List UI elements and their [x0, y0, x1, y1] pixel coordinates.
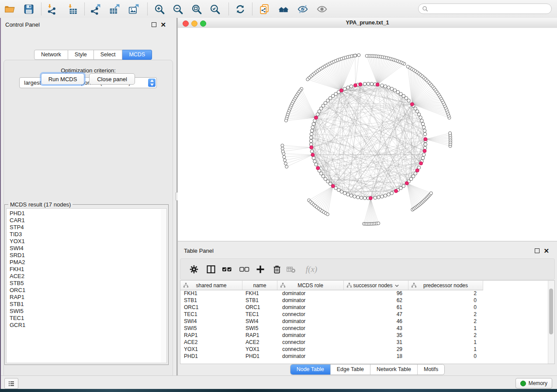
- table-tabs-bar: Node TableEdge TableNetwork TableMotifs: [178, 364, 557, 375]
- column-header-successor-nodes[interactable]: successor nodes: [344, 281, 408, 290]
- optimization-criterion-label: Optimization criterion:: [0, 67, 176, 74]
- table-scrollbar-thumb[interactable]: [549, 289, 553, 334]
- toolbar-separator: [84, 3, 85, 15]
- tree-icon: [183, 282, 189, 288]
- table-row[interactable]: RAP1RAP1dominator352: [180, 332, 548, 339]
- mcds-result-item[interactable]: ORC1: [10, 287, 161, 294]
- network-window-titlebar[interactable]: YPA_prune.txt_1: [178, 18, 557, 28]
- add-column-icon[interactable]: [254, 263, 267, 276]
- table-tab-node-table[interactable]: Node Table: [291, 364, 330, 375]
- search-box[interactable]: [418, 3, 552, 14]
- column-label: successor nodes: [353, 282, 392, 289]
- mcds-result-item[interactable]: RAP1: [10, 294, 161, 301]
- window-zoom-icon[interactable]: [200, 21, 206, 27]
- table-row[interactable]: ORC1ORC1dominator610: [180, 304, 548, 311]
- window-minimize-icon[interactable]: [191, 21, 197, 27]
- mcds-result-item[interactable]: YOX1: [10, 238, 161, 245]
- mcds-result-item[interactable]: STP4: [10, 224, 161, 231]
- zoom-fit-icon[interactable]: [190, 3, 203, 15]
- mcds-result-item[interactable]: TID3: [10, 231, 161, 238]
- mcds-result-item[interactable]: STB5: [10, 280, 161, 287]
- status-bar: Memory: [0, 375, 557, 389]
- mcds-list-scrollbar[interactable]: [161, 208, 167, 363]
- refresh-layout-icon[interactable]: [234, 3, 246, 15]
- table-cell: 18: [343, 353, 407, 360]
- save-session-icon[interactable]: [23, 3, 35, 15]
- zoom-out-icon[interactable]: [172, 3, 184, 15]
- float-panel-icon[interactable]: [152, 22, 156, 27]
- window-close-icon[interactable]: [183, 21, 189, 27]
- toolbar-separator: [147, 3, 148, 15]
- import-table-icon[interactable]: [66, 3, 78, 15]
- zoom-in-icon[interactable]: [153, 3, 166, 15]
- export-image-icon[interactable]: [128, 3, 140, 15]
- mcds-result-item[interactable]: SRD1: [10, 252, 161, 259]
- delete-table-icon[interactable]: [284, 263, 298, 276]
- mcds-result-item[interactable]: GCR1: [10, 322, 161, 329]
- hide-panels-icon[interactable]: [297, 3, 309, 15]
- mcds-result-item[interactable]: SWI5: [10, 308, 161, 315]
- control-tab-style[interactable]: Style: [68, 50, 94, 60]
- close-panel-icon[interactable]: ✕: [543, 249, 549, 253]
- table-row[interactable]: ACE2ACE2connector311: [180, 339, 548, 346]
- select-all-checkboxes-icon[interactable]: [221, 263, 234, 276]
- column-header-shared-name[interactable]: shared name: [180, 281, 242, 290]
- main-toolbar: [0, 0, 557, 18]
- zoom-selected-icon[interactable]: [209, 3, 221, 15]
- open-file-icon[interactable]: [3, 3, 16, 15]
- import-network-icon[interactable]: [45, 3, 58, 15]
- table-row[interactable]: PHD1PHD1dominator180: [180, 353, 548, 360]
- mcds-result-item[interactable]: CAR1: [10, 217, 161, 224]
- go-home-icon[interactable]: [277, 3, 290, 15]
- control-tab-network[interactable]: Network: [34, 50, 68, 60]
- table-row[interactable]: TEC1TEC1connector472: [180, 311, 548, 318]
- table-cell: STB1: [242, 297, 277, 304]
- mcds-result-item[interactable]: SWI4: [10, 245, 161, 252]
- export-network-icon[interactable]: [89, 3, 101, 15]
- duplicate-network-icon[interactable]: [258, 3, 270, 15]
- export-table-icon[interactable]: [108, 3, 121, 15]
- mcds-result-item[interactable]: TEC1: [10, 315, 161, 322]
- show-column-panel-icon[interactable]: [204, 263, 218, 276]
- mcds-result-item[interactable]: STB1: [10, 301, 161, 308]
- mcds-result-title: MCDS result (17 nodes): [8, 201, 73, 208]
- table-cell: TEC1: [180, 311, 242, 318]
- search-input[interactable]: [430, 5, 548, 12]
- network-canvas[interactable]: [178, 28, 557, 241]
- table-row[interactable]: SWI4SWI4dominator462: [180, 318, 548, 325]
- optimization-criterion-select[interactable]: largest connected component (undirected): [19, 77, 157, 88]
- table-scrollbar[interactable]: [548, 281, 554, 364]
- control-tab-select[interactable]: Select: [94, 50, 123, 60]
- tree-icon: [411, 282, 417, 288]
- mcds-result-item[interactable]: ACE2: [10, 273, 161, 280]
- column-header-predecessor-nodes[interactable]: predecessor nodes: [408, 281, 483, 290]
- close-panel-icon[interactable]: ✕: [160, 23, 166, 27]
- table-row[interactable]: FKH1FKH1dominator962: [180, 290, 548, 297]
- run-mcds-button[interactable]: Run MCDS: [41, 73, 84, 85]
- column-header-name[interactable]: name: [242, 281, 277, 290]
- table-cell: 46: [343, 318, 407, 325]
- column-header-MCDS-role[interactable]: MCDS role: [277, 281, 344, 290]
- table-cell: SWI4: [242, 318, 277, 325]
- table-tab-edge-table[interactable]: Edge Table: [330, 364, 370, 375]
- task-history-button[interactable]: [4, 378, 18, 389]
- table-tab-motifs[interactable]: Motifs: [417, 364, 444, 375]
- table-row[interactable]: STB1STB1dominator620: [180, 297, 548, 304]
- close-panel-button[interactable]: Close panel: [89, 73, 135, 85]
- delete-column-icon[interactable]: [270, 263, 284, 276]
- deselect-all-checkboxes-icon[interactable]: [238, 263, 251, 276]
- table-cell: 43: [343, 325, 407, 332]
- table-row[interactable]: SWI5SWI5connector431: [180, 325, 548, 332]
- float-panel-icon[interactable]: [535, 248, 540, 253]
- mcds-result-item[interactable]: FKH1: [10, 266, 161, 273]
- mcds-result-item[interactable]: PHD1: [10, 210, 161, 217]
- table-tab-network-table[interactable]: Network Table: [370, 364, 417, 375]
- settings-gear-icon[interactable]: [187, 263, 201, 276]
- column-label: predecessor nodes: [423, 282, 468, 289]
- control-tab-mcds[interactable]: MCDS: [122, 50, 152, 60]
- network-graph[interactable]: [178, 28, 557, 241]
- show-panels-icon[interactable]: [316, 3, 328, 15]
- table-row[interactable]: YOX1YOX1connector291: [180, 346, 548, 353]
- memory-button[interactable]: Memory: [515, 378, 552, 389]
- mcds-result-item[interactable]: PMA2: [10, 259, 161, 266]
